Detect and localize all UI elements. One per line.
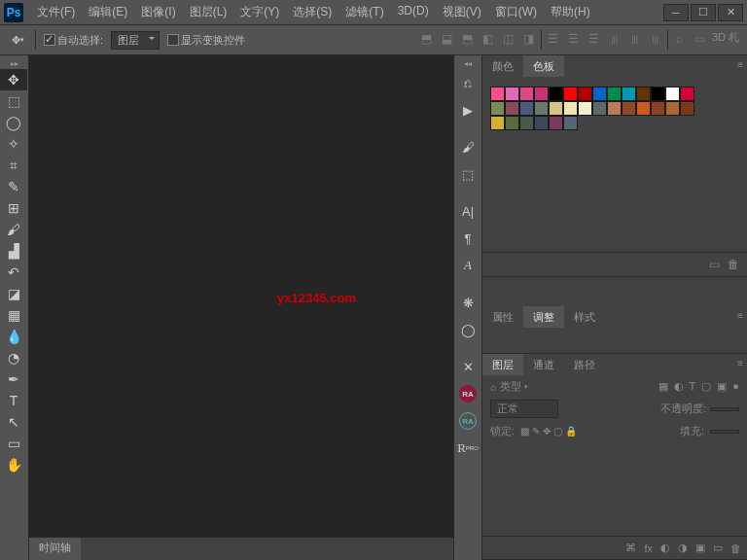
tab-styles[interactable]: 样式: [564, 306, 605, 328]
panel-menu-icon[interactable]: ≡: [737, 310, 743, 321]
menu-help[interactable]: 帮助(H): [545, 1, 596, 23]
delete-layer-icon[interactable]: 🗑: [730, 542, 741, 554]
swatch[interactable]: [490, 116, 505, 130]
menu-view[interactable]: 视图(V): [437, 1, 487, 23]
timeline-tab[interactable]: 时间轴: [29, 538, 81, 560]
align-hcenter-icon[interactable]: ◫: [500, 30, 517, 48]
collapse-icon[interactable]: ▸▸: [0, 59, 28, 69]
dodge-tool[interactable]: ◔: [0, 347, 27, 368]
swatch[interactable]: [651, 101, 665, 116]
swatch[interactable]: [490, 101, 505, 116]
align-top-icon[interactable]: ⬒: [418, 30, 436, 48]
eyedropper-tool[interactable]: ✎: [0, 176, 27, 197]
distribute-hcenter-icon[interactable]: ⫼: [626, 30, 644, 48]
swatch[interactable]: [549, 87, 563, 101]
minimize-button[interactable]: ─: [663, 4, 689, 21]
history-brush-tool[interactable]: ↶: [0, 262, 27, 283]
swatch[interactable]: [592, 87, 607, 101]
tab-swatches[interactable]: 色板: [523, 55, 564, 77]
swatch[interactable]: [534, 101, 549, 116]
swatch[interactable]: [607, 101, 622, 116]
tools-panel-icon[interactable]: ✕: [454, 353, 481, 380]
lock-pixels-icon[interactable]: ▩: [520, 426, 529, 437]
filter-pixel-icon[interactable]: ▦: [658, 380, 668, 393]
filter-type-icon[interactable]: T: [690, 380, 696, 393]
swatch[interactable]: [505, 116, 519, 130]
distribute-left-icon[interactable]: ⫼: [606, 30, 623, 48]
tab-properties[interactable]: 属性: [482, 306, 523, 328]
history-panel-icon[interactable]: ⎌: [454, 69, 481, 96]
swatch[interactable]: [578, 87, 592, 101]
distribute-right-icon[interactable]: ⫼: [647, 30, 664, 48]
lock-position-icon[interactable]: ✥: [543, 426, 551, 437]
swatch[interactable]: [490, 87, 505, 101]
swatch[interactable]: [636, 101, 651, 116]
move-tool[interactable]: ✥: [0, 69, 27, 90]
blur-tool[interactable]: 💧: [0, 326, 27, 347]
swatch[interactable]: [505, 101, 519, 116]
menu-select[interactable]: 选择(S): [287, 1, 338, 23]
swatch[interactable]: [622, 101, 636, 116]
swatch[interactable]: [592, 101, 607, 116]
blend-mode-dropdown[interactable]: 正常: [490, 400, 558, 418]
ra-plugin-icon[interactable]: RA: [459, 385, 477, 402]
menu-filter[interactable]: 滤镜(T): [339, 1, 389, 23]
swatch[interactable]: [665, 87, 680, 101]
fill-input[interactable]: [710, 430, 739, 434]
swatch[interactable]: [680, 101, 694, 116]
gradient-tool[interactable]: ▦: [0, 304, 27, 326]
swatch[interactable]: [549, 101, 563, 116]
layer-mask-icon[interactable]: ◐: [660, 542, 670, 554]
ra-plugin2-icon[interactable]: RA: [459, 412, 477, 430]
distribute-vcenter-icon[interactable]: ☰: [565, 30, 583, 48]
maximize-button[interactable]: ☐: [691, 4, 716, 21]
filter-adj-icon[interactable]: ◐: [674, 380, 684, 393]
delete-swatch-icon[interactable]: 🗑: [728, 258, 739, 271]
pen-tool[interactable]: ✒: [0, 368, 27, 390]
swatch[interactable]: [665, 101, 680, 116]
swatch[interactable]: [622, 87, 636, 101]
swatch[interactable]: [534, 116, 549, 130]
swatch[interactable]: [519, 116, 534, 130]
swatch[interactable]: [519, 87, 534, 101]
swatch[interactable]: [563, 101, 578, 116]
nav-panel-icon[interactable]: ◯: [454, 316, 481, 343]
path-tool[interactable]: ↖: [0, 411, 27, 433]
layer-fx-icon[interactable]: fx: [644, 542, 653, 554]
panel-menu-icon[interactable]: ≡: [737, 358, 743, 368]
swatch[interactable]: [534, 87, 549, 101]
close-button[interactable]: ✕: [718, 4, 743, 21]
align-left-icon[interactable]: ◧: [480, 30, 497, 48]
swatch[interactable]: [519, 101, 534, 116]
rpro-plugin-icon[interactable]: RPRO: [454, 435, 481, 462]
brush-tool[interactable]: 🖌: [0, 219, 27, 240]
swatch[interactable]: [578, 101, 592, 116]
filter-type-dropdown[interactable]: ⌕ 类型 ▾: [490, 379, 528, 394]
tab-channels[interactable]: 通道: [523, 354, 564, 375]
auto-select-checkbox[interactable]: 自动选择:: [44, 33, 103, 48]
panel-menu-icon[interactable]: ≡: [737, 59, 743, 70]
new-layer-icon[interactable]: ▭: [713, 542, 723, 554]
swatch[interactable]: [505, 87, 519, 101]
tab-adjustments[interactable]: 调整: [523, 306, 564, 328]
search-icon[interactable]: ⌕: [671, 30, 689, 48]
swatch[interactable]: [680, 87, 694, 101]
group-icon[interactable]: ▣: [695, 542, 705, 554]
3d-mode-icon[interactable]: ▭: [692, 30, 709, 48]
swatch[interactable]: [549, 116, 563, 130]
filter-toggle-icon[interactable]: ●: [732, 380, 739, 393]
menu-file[interactable]: 文件(F): [31, 1, 81, 23]
menu-layer[interactable]: 图层(L): [184, 1, 233, 23]
swatch[interactable]: [607, 87, 622, 101]
auto-select-dropdown[interactable]: 图层: [111, 31, 160, 50]
align-bottom-icon[interactable]: ⬒: [459, 30, 477, 48]
character-panel-icon[interactable]: A|: [454, 197, 481, 225]
menu-image[interactable]: 图像(I): [135, 1, 181, 23]
new-swatch-icon[interactable]: ▭: [709, 258, 720, 271]
swatch[interactable]: [651, 87, 665, 101]
menu-edit[interactable]: 编辑(E): [83, 1, 133, 23]
show-transform-checkbox[interactable]: 显示变换控件: [167, 33, 245, 48]
menu-type[interactable]: 文字(Y): [234, 1, 285, 23]
lens-panel-icon[interactable]: ❋: [454, 289, 481, 316]
menu-3d[interactable]: 3D(D): [392, 1, 435, 23]
